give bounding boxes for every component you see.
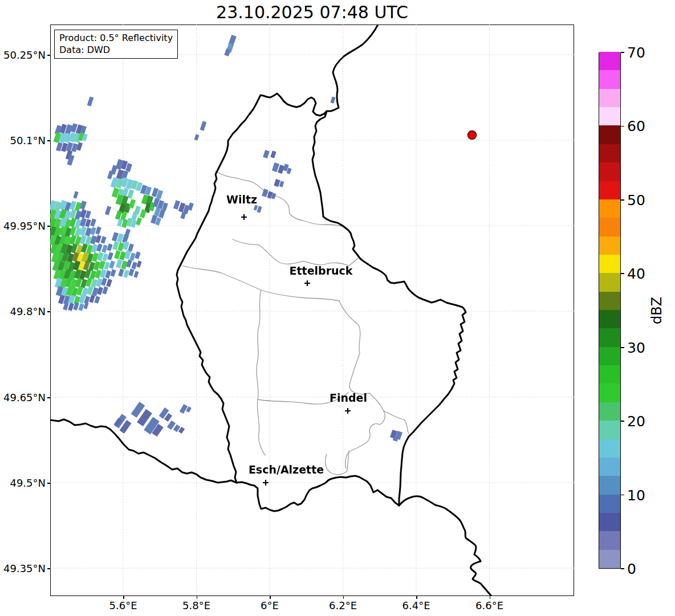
radar-cell — [95, 235, 101, 243]
y-tick-label: 49.65°N — [3, 391, 46, 403]
colorbar-color-block — [599, 384, 620, 402]
colorbar-color-block — [599, 512, 620, 531]
radar-cell — [180, 211, 186, 219]
radar-cell — [94, 296, 100, 304]
y-tick-label: 49.95°N — [3, 220, 46, 232]
radar-cell — [129, 252, 136, 261]
colorbar-tick-label: 60 — [627, 118, 645, 134]
radar-cell — [91, 244, 98, 253]
gridlines — [50, 25, 574, 596]
city-label: Esch/Alzette — [249, 463, 324, 476]
x-tick-mark — [343, 596, 344, 599]
city-marker-cross — [241, 214, 247, 220]
colorbar-color-block — [599, 549, 620, 568]
x-tick-mark — [123, 596, 124, 599]
colorbar-axis-label: dBZ — [649, 297, 665, 324]
city-marker-cross — [345, 408, 351, 414]
radar-cell — [80, 201, 87, 210]
country-borders — [50, 25, 491, 596]
colorbar-tick-mark — [621, 568, 624, 569]
colorbar-color-block — [599, 88, 620, 107]
x-tick-mark — [270, 596, 271, 599]
x-tick-label: 6.6°E — [475, 599, 503, 611]
radar-cell — [95, 226, 101, 235]
radar-cell — [109, 260, 115, 269]
luxembourg-border — [177, 93, 466, 505]
colorbar-color-block — [599, 531, 620, 550]
radar-cell — [107, 170, 113, 179]
y-tick-mark — [47, 226, 50, 227]
y-tick-mark — [47, 311, 50, 312]
radar-cell — [90, 235, 97, 244]
district-border-line — [257, 290, 265, 455]
city-ettelbruck: Ettelbruck — [290, 264, 353, 286]
radar-cell — [87, 96, 94, 106]
colorbar-color-block — [599, 310, 620, 329]
radar-cell — [107, 243, 112, 251]
colorbar-color-block — [599, 236, 620, 255]
colorbar-tick-label: 40 — [627, 266, 645, 282]
y-tick-mark — [47, 140, 50, 141]
y-tick-mark — [47, 483, 50, 484]
colorbar-color-block — [599, 476, 620, 495]
legend-product-line: Product: 0.5° Reflectivity — [59, 32, 173, 44]
colorbar-tick-label: 10 — [627, 487, 645, 503]
radar-cell — [78, 303, 84, 311]
colorbar-color-block — [599, 218, 620, 236]
radar-cell — [279, 181, 284, 187]
district-borders — [182, 171, 409, 475]
x-tick-mark — [416, 596, 417, 599]
colorbar-color-block — [599, 52, 620, 71]
radar-cell — [89, 295, 95, 303]
radar-cell — [136, 217, 142, 226]
colorbar-color-block — [599, 402, 620, 421]
radar-cell — [105, 206, 111, 215]
x-tick-label: 5.8°E — [182, 599, 210, 611]
x-tick-mark — [490, 596, 491, 599]
colorbar-color-block — [599, 70, 620, 89]
x-tick-label: 6.2°E — [329, 599, 357, 611]
colorbar-tick-label: 20 — [627, 413, 645, 430]
colorbar-color-block — [599, 346, 620, 365]
radar-cell — [224, 48, 231, 56]
radar-cell — [97, 287, 103, 295]
y-tick-label: 50.25°N — [3, 49, 46, 61]
radar-cell — [128, 243, 134, 252]
colorbar-color-block — [599, 457, 620, 476]
colorbar-tick-label: 0 — [627, 561, 636, 577]
radar-cell — [180, 404, 188, 414]
radar-cell — [101, 244, 108, 253]
x-tick-label: 6°E — [261, 599, 279, 611]
colorbar-color-block — [599, 494, 620, 513]
radar-cell — [90, 227, 96, 235]
radar-cell — [101, 278, 107, 286]
y-tick-label: 50.1°N — [10, 134, 46, 146]
colorbar-color-block — [599, 254, 620, 273]
radar-cell — [136, 260, 141, 267]
y-tick-label: 49.5°N — [10, 477, 46, 489]
radar-cell — [90, 218, 96, 227]
radar-cell — [129, 199, 136, 209]
colorbar-color-block — [599, 162, 620, 181]
radar-cell — [263, 150, 270, 158]
radar-cell — [96, 243, 103, 252]
x-tick-mark — [197, 596, 198, 599]
colorbar-tick-mark — [621, 126, 624, 127]
colorbar-color-block — [599, 328, 620, 347]
radar-cell — [93, 261, 100, 271]
colorbar-color-block — [599, 439, 620, 458]
y-tick-mark — [47, 55, 50, 56]
radar-cell — [92, 252, 99, 262]
radar-cell — [257, 206, 262, 213]
city-esch-alzette: Esch/Alzette — [249, 463, 324, 486]
colorbar — [599, 52, 621, 569]
radar-cell — [96, 278, 103, 287]
city-marker-cross — [263, 480, 269, 486]
colorbar-color-block — [599, 273, 620, 292]
radar-cell — [95, 270, 101, 279]
city-label: Ettelbruck — [290, 264, 353, 277]
city-wiltz: Wiltz — [226, 193, 257, 220]
city-findel: Findel — [330, 391, 367, 414]
radar-cell — [140, 209, 147, 218]
radar-cell — [110, 269, 116, 277]
